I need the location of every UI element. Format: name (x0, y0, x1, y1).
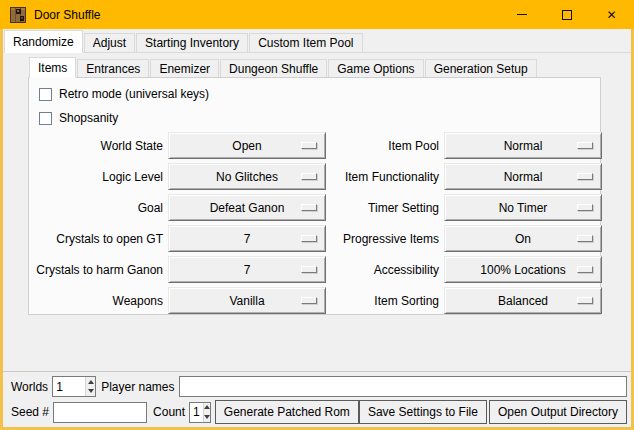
door-icon (10, 7, 26, 23)
crystals-ganon-dropdown[interactable]: 7 (168, 256, 326, 283)
crystals-ganon-label: Crystals to harm Ganon (29, 263, 163, 277)
save-settings-button[interactable]: Save Settings to File (359, 400, 487, 424)
tab-starting-inventory[interactable]: Starting Inventory (136, 33, 248, 52)
tab-enemizer[interactable]: Enemizer (150, 59, 219, 77)
worlds-input[interactable] (53, 377, 85, 396)
dropdown-indicator-icon (301, 204, 317, 211)
settings-row: Weapons Vanilla Item Sorting Balanced (29, 285, 600, 316)
dropdown-indicator-icon (301, 266, 317, 273)
up-arrow-icon (204, 405, 210, 409)
count-label: Count (153, 405, 185, 419)
dropdown-value: 100% Locations (480, 263, 565, 277)
item-functionality-dropdown[interactable]: Normal (444, 163, 602, 190)
minimize-button[interactable] (499, 0, 544, 29)
settings-grid: World State Open Item Pool Normal Logic … (29, 130, 600, 316)
crystals-gt-label: Crystals to open GT (29, 232, 163, 246)
settings-row: Crystals to open GT 7 Progressive Items … (29, 223, 600, 254)
timer-setting-label: Timer Setting (331, 201, 439, 215)
worlds-row: Worlds Player names (11, 376, 627, 397)
dropdown-value: No Timer (499, 201, 548, 215)
count-input[interactable] (190, 403, 202, 422)
world-state-label: World State (29, 139, 163, 153)
tab-game-options[interactable]: Game Options (328, 59, 423, 77)
dropdown-value: Open (232, 139, 261, 153)
tab-items[interactable]: Items (29, 57, 76, 78)
spin-down-button[interactable] (204, 412, 210, 422)
retro-mode-row: Retro mode (universal keys) (29, 82, 600, 106)
dropdown-value: Normal (504, 170, 543, 184)
item-pool-label: Item Pool (331, 139, 439, 153)
dropdown-indicator-icon (577, 297, 593, 304)
worlds-spinbox[interactable] (52, 376, 96, 397)
minimize-icon (517, 14, 527, 15)
count-spinbox[interactable] (189, 402, 211, 423)
generate-patched-rom-button[interactable]: Generate Patched Rom (215, 400, 359, 424)
dropdown-indicator-icon (577, 142, 593, 149)
seed-input[interactable] (53, 402, 147, 423)
seed-row: Seed # Count Generate Patched Rom Save S… (11, 400, 627, 424)
tab-adjust[interactable]: Adjust (84, 33, 135, 52)
dropdown-value: Normal (504, 139, 543, 153)
maximize-icon (562, 10, 572, 20)
settings-row: Crystals to harm Ganon 7 Accessibility 1… (29, 254, 600, 285)
item-sorting-dropdown[interactable]: Balanced (444, 287, 602, 314)
down-arrow-icon (88, 389, 94, 393)
dropdown-value: Vanilla (229, 294, 264, 308)
settings-row: Goal Defeat Ganon Timer Setting No Timer (29, 192, 600, 223)
worlds-spinner (85, 377, 95, 396)
tab-generation-setup[interactable]: Generation Setup (425, 59, 537, 77)
item-functionality-label: Item Functionality (331, 170, 439, 184)
close-icon: ✕ (606, 9, 616, 21)
item-pool-dropdown[interactable]: Normal (444, 132, 602, 159)
player-names-input[interactable] (179, 376, 628, 397)
dropdown-value: No Glitches (216, 170, 278, 184)
door-shuffle-window: Door Shuffle ✕ Randomize Adjust Starting… (0, 0, 634, 430)
tab-entrances[interactable]: Entrances (77, 59, 149, 77)
tab-dungeon-shuffle[interactable]: Dungeon Shuffle (220, 59, 327, 77)
dropdown-indicator-icon (577, 173, 593, 180)
shopsanity-checkbox[interactable] (39, 112, 52, 125)
progressive-items-dropdown[interactable]: On (444, 225, 602, 252)
title-bar[interactable]: Door Shuffle ✕ (0, 0, 634, 29)
spin-up-button[interactable] (204, 403, 210, 413)
dropdown-indicator-icon (577, 266, 593, 273)
retro-mode-checkbox[interactable] (39, 88, 52, 101)
worlds-label: Worlds (11, 380, 48, 394)
accessibility-label: Accessibility (331, 263, 439, 277)
dropdown-value: 7 (244, 263, 251, 277)
spin-up-button[interactable] (86, 377, 95, 387)
goal-label: Goal (29, 201, 163, 215)
dropdown-value: On (515, 232, 531, 246)
dropdown-indicator-icon (301, 142, 317, 149)
settings-row: World State Open Item Pool Normal (29, 130, 600, 161)
player-names-label: Player names (101, 380, 174, 394)
window-title: Door Shuffle (34, 8, 101, 22)
dropdown-value: Defeat Ganon (210, 201, 285, 215)
crystals-gt-dropdown[interactable]: 7 (168, 225, 326, 252)
seed-label: Seed # (11, 405, 49, 419)
open-output-directory-button[interactable]: Open Output Directory (489, 400, 627, 424)
items-pane: Retro mode (universal keys) Shopsanity W… (28, 77, 601, 315)
dropdown-indicator-icon (301, 235, 317, 242)
maximize-button[interactable] (544, 0, 589, 29)
logic-level-dropdown[interactable]: No Glitches (168, 163, 326, 190)
retro-mode-label: Retro mode (universal keys) (59, 87, 209, 101)
dropdown-value: 7 (244, 232, 251, 246)
goal-dropdown[interactable]: Defeat Ganon (168, 194, 326, 221)
randomize-pane: Items Entrances Enemizer Dungeon Shuffle… (3, 52, 631, 372)
world-state-dropdown[interactable]: Open (168, 132, 326, 159)
accessibility-dropdown[interactable]: 100% Locations (444, 256, 602, 283)
logic-level-label: Logic Level (29, 170, 163, 184)
tab-custom-item-pool[interactable]: Custom Item Pool (249, 33, 362, 52)
timer-setting-dropdown[interactable]: No Timer (444, 194, 602, 221)
tab-randomize[interactable]: Randomize (4, 30, 83, 53)
weapons-dropdown[interactable]: Vanilla (168, 287, 326, 314)
dropdown-indicator-icon (301, 173, 317, 180)
close-button[interactable]: ✕ (589, 0, 634, 29)
shopsanity-row: Shopsanity (29, 106, 600, 130)
weapons-label: Weapons (29, 294, 163, 308)
settings-row: Logic Level No Glitches Item Functionali… (29, 161, 600, 192)
main-tabstrip: Randomize Adjust Starting Inventory Cust… (3, 29, 631, 52)
bottom-bar: Worlds Player names Seed # Count (3, 372, 631, 427)
spin-down-button[interactable] (86, 387, 95, 397)
